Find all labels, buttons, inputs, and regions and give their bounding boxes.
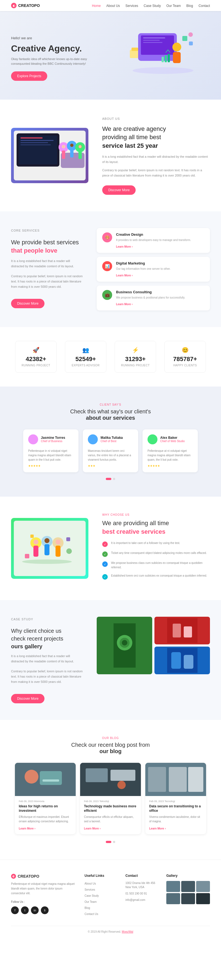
check-icon-0: ✓: [102, 541, 108, 547]
gallery-item-2[interactable]: [155, 647, 210, 674]
nav-contact[interactable]: Contact: [199, 4, 210, 8]
footer-gallery-col: Gallery: [166, 874, 210, 918]
footer-contact-col: Contact 1002 Drama Ide 4th 456 New York,…: [125, 874, 158, 918]
blog-dot-1[interactable]: [113, 841, 115, 843]
blog-body-1: Feb 09, 2023 Teknoloji Technology made b…: [80, 796, 141, 834]
footer-gallery-0[interactable]: [166, 881, 180, 892]
service-link-design[interactable]: Learn More ›: [116, 245, 133, 248]
stat-1: 👥 52549+ EXPERTS ADVISOR: [65, 341, 106, 373]
testimonial-1: Malika Tuliaka Chief of Best Maecenas ti…: [83, 430, 138, 472]
footer-link-services[interactable]: Services: [85, 888, 95, 891]
testimonial-text-2: Pellentesque at ni volutpat niget magna …: [147, 449, 193, 462]
stat-number-2: 31293+: [120, 356, 150, 363]
service-link-marketing[interactable]: Learn More ›: [116, 274, 133, 277]
services-cards: 🎨 Creative Design It provides to web dev…: [97, 228, 210, 310]
stat-icon-0: 🚀: [21, 347, 51, 353]
svg-point-33: [62, 145, 65, 148]
about-image: [11, 128, 88, 183]
testimonials-heading: Check this what say's our client's about…: [11, 408, 210, 421]
gallery-cta-button[interactable]: Discover More: [11, 694, 44, 703]
stat-label-3: HAPPY CLIENTS: [170, 364, 200, 367]
why-text: Why Choose Us We are providing all time …: [102, 513, 210, 584]
social-instagram[interactable]: in: [31, 907, 39, 914]
hero-description: Okay fantastic idea off whichever knows …: [11, 57, 105, 67]
blog-link-0[interactable]: Learn More ›: [19, 827, 35, 830]
dot-1[interactable]: [113, 478, 115, 480]
services-cta-button[interactable]: Discover More: [11, 299, 44, 308]
footer-grid: ◐ CREATOPO Pellentesque et volutpat nige…: [11, 874, 210, 918]
service-info-marketing: Digital Marketing Our tag information fr…: [116, 261, 170, 277]
footer-credit-link[interactable]: MoezWal: [122, 930, 133, 933]
svg-rect-7: [130, 50, 138, 58]
logo-symbol: ◐: [13, 4, 15, 7]
dot-0[interactable]: [106, 478, 111, 480]
testimonial-header-0: Jasmine Torres Chief of Business: [28, 434, 74, 447]
services-heading: We provide best services that people lov…: [11, 238, 83, 255]
svg-rect-8: [131, 48, 138, 51]
hero-tagline: Hello! we are: [11, 35, 105, 41]
stat-number-0: 42382+: [21, 356, 51, 363]
footer-gallery-5[interactable]: [196, 893, 210, 904]
svg-rect-56: [173, 624, 181, 638]
blog-title-0: Ideas for high returns on investment: [19, 804, 72, 813]
svg-rect-2: [143, 37, 165, 38]
testimonial-info-1: Malika Tuliaka Chief of Best: [101, 436, 123, 445]
hero-svg: [122, 28, 204, 83]
gallery-img-2: [155, 647, 210, 674]
footer-gallery-3[interactable]: [166, 893, 180, 904]
nav-our-team[interactable]: Our Team: [166, 4, 181, 8]
nav-case-study[interactable]: Case Study: [144, 4, 161, 8]
service-card-marketing: 📊 Digital Marketing Our tag information …: [97, 257, 210, 282]
footer-gallery-2[interactable]: [196, 881, 210, 892]
stat-label-2: RUNNING PROJECT: [120, 364, 150, 367]
why-feature-text-3: Established lorem orci cum subiicies ex …: [111, 574, 207, 578]
services-left: Core Services We provide best services t…: [11, 228, 83, 308]
footer-about: ◐ CREATOPO Pellentesque et volutpat nige…: [11, 874, 76, 918]
nav-home[interactable]: Home: [92, 4, 101, 8]
about-cta-button[interactable]: Discover More: [102, 185, 136, 195]
about-svg: [14, 130, 86, 180]
blog-section: Our Blog Check our recent blog post from…: [0, 720, 221, 860]
blog-link-2[interactable]: Learn More ›: [149, 827, 166, 830]
gallery-item-1[interactable]: [155, 617, 210, 644]
stat-icon-1: 👥: [71, 347, 101, 353]
social-facebook[interactable]: f: [11, 907, 19, 914]
svg-rect-71: [169, 767, 187, 792]
svg-rect-18: [19, 135, 57, 164]
gallery-item-0[interactable]: [97, 617, 152, 674]
blog-dot-0[interactable]: [106, 841, 111, 843]
footer-contact-title: Contact: [125, 874, 158, 878]
footer-link-case[interactable]: Case Study: [85, 894, 99, 897]
svg-point-68: [117, 781, 126, 789]
logo[interactable]: ◐ CREATOPO: [11, 3, 40, 8]
nav-services[interactable]: Services: [125, 4, 138, 8]
nav-links: Home About Us Services Case Study Our Te…: [92, 3, 210, 8]
hero-cta-button[interactable]: Explore Projects: [11, 72, 47, 81]
blog-link-1[interactable]: Learn More ›: [84, 827, 101, 830]
footer-gallery-1[interactable]: [181, 881, 195, 892]
service-info-design: Creative Design It provides to web devel…: [116, 232, 191, 248]
social-twitter[interactable]: t: [21, 907, 29, 914]
footer-brand: ◐ CREATOPO: [11, 874, 76, 879]
svg-point-54: [122, 640, 127, 646]
svg-point-11: [188, 32, 193, 37]
svg-rect-39: [33, 546, 38, 557]
footer-link-blog[interactable]: Blog: [85, 907, 90, 910]
about-section-label: About Us: [102, 116, 210, 121]
footer-link-team[interactable]: Our Team: [85, 900, 97, 904]
footer-gallery-4[interactable]: [181, 893, 195, 904]
testimonial-stars-2: ★★★★★: [147, 464, 193, 467]
footer-link-about[interactable]: About Us: [85, 882, 96, 885]
service-desc-design: It provides to web developers easy to ma…: [116, 238, 191, 242]
nav-blog[interactable]: Blog: [186, 4, 193, 8]
testimonials-label: Client Say's: [11, 403, 210, 406]
svg-point-49: [66, 548, 72, 554]
service-link-consulting[interactable]: Learn More ›: [116, 303, 133, 306]
social-linkedin[interactable]: li: [41, 907, 49, 914]
blog-img-1: [80, 763, 141, 796]
footer-about-text: Pellentesque et volutpat niget magna mag…: [11, 881, 76, 896]
blog-card-1: Feb 09, 2023 Teknoloji Technology made b…: [80, 763, 141, 834]
nav-about[interactable]: About Us: [106, 4, 120, 8]
footer-link-contact[interactable]: Contact Us: [85, 913, 98, 916]
svg-point-62: [25, 770, 38, 784]
